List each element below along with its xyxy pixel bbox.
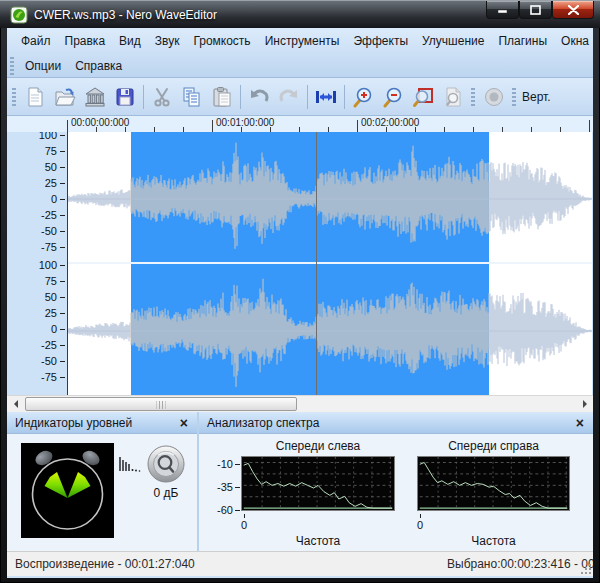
toolbar-drag-grip[interactable] (12, 88, 16, 106)
copy-button[interactable] (177, 83, 207, 111)
zoom-selection-button[interactable] (408, 83, 438, 111)
menu-item-volume[interactable]: Громкость (186, 29, 257, 53)
spectrum-right-xtick: 0 (417, 519, 423, 531)
amplitude-tick (60, 361, 65, 362)
toolbar-drag-grip3[interactable] (512, 88, 516, 106)
toolbar-drag-grip2[interactable] (471, 88, 475, 106)
amplitude-tick-label: -50 (11, 355, 57, 367)
undo-icon (247, 86, 271, 108)
playback-status-text: Воспроизведение - 00:01:27:040 (15, 557, 195, 571)
bottom-dock: Индикаторы уровней × (7, 412, 593, 551)
open-file-icon (54, 86, 76, 108)
menu-item-edit[interactable]: Правка (58, 29, 113, 53)
amplitude-tick (60, 199, 65, 200)
scroll-right-button[interactable] (576, 396, 593, 412)
amplitude-tick-label: 0 (11, 323, 57, 335)
menu-item-options[interactable]: Опции (18, 54, 68, 78)
amplitude-tick (60, 167, 65, 168)
ruler-major-tick (212, 120, 213, 132)
waveform-display[interactable]: 1007550250-25-50-751007550250-25-50-75 (7, 132, 593, 395)
level-panel-close-icon[interactable]: × (171, 413, 197, 433)
amplitude-tick-label: 50 (11, 291, 57, 303)
amplitude-tick (60, 281, 65, 282)
menu-item-tools[interactable]: Инструменты (258, 29, 347, 53)
spectrum-left-title: Спереди слева (241, 439, 395, 453)
app-icon (10, 6, 28, 24)
menu-item-windows[interactable]: Окна (554, 29, 593, 53)
menu-item-effects[interactable]: Эффекты (346, 29, 415, 53)
resize-grip[interactable] (580, 563, 592, 575)
open-file-button[interactable] (50, 83, 80, 111)
save-button[interactable] (110, 83, 140, 111)
amplitude-tick (60, 345, 65, 346)
spectrum-panel-close-icon[interactable]: × (567, 413, 593, 433)
amplitude-tick-label: -25 (11, 339, 57, 351)
toolbar: Верт. (7, 78, 593, 116)
playhead-cursor (316, 132, 317, 395)
menu-item-view[interactable]: Вид (112, 29, 148, 53)
fit-to-window-button[interactable] (311, 83, 341, 111)
minimize-button[interactable] (486, 1, 519, 19)
level-panel-header[interactable]: Индикаторы уровней × (7, 412, 197, 434)
amplitude-tick-label: -75 (11, 241, 57, 253)
vu-meter-gauge (21, 443, 114, 538)
redo-icon (277, 86, 301, 108)
minimize-icon (498, 5, 508, 14)
level-meter-icon (119, 456, 143, 472)
amplitude-tick (60, 377, 65, 378)
level-panel-title: Индикаторы уровней (7, 416, 171, 430)
menu-item-help[interactable]: Справка (68, 54, 129, 78)
paste-button[interactable] (207, 83, 237, 111)
close-icon (568, 5, 579, 15)
channel-waveform (68, 132, 592, 263)
new-document-icon (24, 86, 46, 108)
undo-button[interactable] (244, 83, 274, 111)
level-knob-button[interactable] (146, 444, 186, 484)
fit-to-window-icon (314, 86, 338, 108)
time-ruler[interactable]: 00:00:00:00000:01:00:00000:02:00:0000 (7, 116, 593, 132)
cut-icon (151, 86, 173, 108)
amplitude-tick-label: 0 (11, 193, 57, 205)
zoom-selection-icon (412, 86, 434, 108)
amplitude-tick-label: -75 (11, 371, 57, 383)
spectrum-left-xlabel: Частота (241, 534, 395, 548)
zoom-in-button[interactable] (348, 83, 378, 111)
zoom-document-button[interactable] (438, 83, 468, 111)
amplitude-tick (60, 247, 65, 248)
amplitude-tick-label: 100 (11, 132, 57, 141)
record-button[interactable] (479, 83, 509, 111)
audio-library-icon (84, 86, 106, 108)
waveform-canvas[interactable] (67, 132, 592, 395)
spectrum-ytick--60: -60 (207, 504, 233, 516)
close-button[interactable] (552, 1, 594, 19)
new-document-button[interactable] (20, 83, 50, 111)
menu-item-audio[interactable]: Звук (148, 29, 187, 53)
channel-waveform (68, 264, 592, 395)
horizontal-scrollbar[interactable] (7, 395, 593, 412)
audio-library-button[interactable] (80, 83, 110, 111)
cut-button[interactable] (147, 83, 177, 111)
amplitude-tick-label: 50 (11, 161, 57, 173)
title-bar[interactable]: CWER.ws.mp3 - Nero WaveEditor (0, 0, 600, 28)
menu-item-plugins[interactable]: Плагины (491, 29, 554, 53)
menu-bar: Файл Правка Вид Звук Громкость Инструмен… (7, 28, 593, 78)
ruler-time-label: 00:02:00:000 (361, 117, 419, 128)
vertical-zoom-label[interactable]: Верт. (522, 90, 551, 104)
ruler-major-tick (67, 120, 68, 132)
scrollbar-thumb[interactable] (25, 397, 297, 411)
amplitude-tick (60, 313, 65, 314)
menu-drag-grip2[interactable] (10, 57, 14, 75)
menu-item-file[interactable]: Файл (14, 29, 58, 53)
scroll-left-button[interactable] (7, 396, 24, 412)
amplitude-tick (60, 329, 65, 330)
save-icon (114, 86, 136, 108)
amplitude-tick (60, 183, 65, 184)
spectrum-panel-title: Анализатор спектра (199, 416, 567, 430)
redo-button[interactable] (274, 83, 304, 111)
spectrum-panel-header[interactable]: Анализатор спектра × (199, 412, 593, 434)
zoom-out-button[interactable] (378, 83, 408, 111)
amplitude-tick (60, 297, 65, 298)
spectrum-ytick--10: -10 (207, 458, 233, 470)
menu-item-enhancement[interactable]: Улучшение (415, 29, 491, 53)
maximize-button[interactable] (519, 1, 552, 19)
